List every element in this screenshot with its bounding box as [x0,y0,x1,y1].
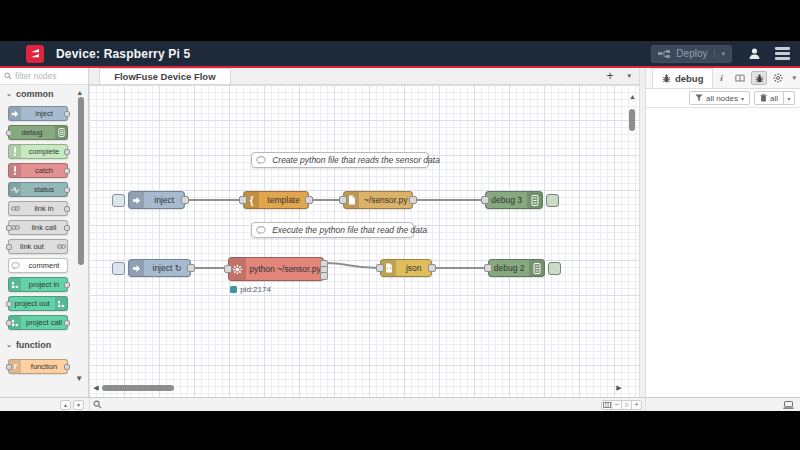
node-inject-2[interactable]: inject ↻ [128,259,191,277]
palette-node-debug[interactable]: debug [8,125,68,140]
deploy-nodes-icon [658,50,671,58]
output-port [64,225,70,231]
output-port[interactable] [181,196,189,204]
palette-category-function[interactable]: ⌄ function [0,337,88,353]
canvas-vscrollbar-thumb[interactable] [629,109,635,131]
palette-node-project-out[interactable]: project out [8,296,68,311]
inject-trigger-button[interactable] [112,262,125,275]
palette-node-function[interactable]: f function [8,359,68,374]
expand-categories-button[interactable]: ▼ [73,400,84,410]
input-port [6,244,12,250]
canvas-scroll-up-icon[interactable]: ▲ [629,93,636,100]
palette-scrollbar-thumb[interactable] [78,97,84,265]
clear-debug-button[interactable]: all [754,91,784,105]
debug-toggle-button[interactable] [546,194,559,207]
comment-label: Execute the python file that read the da… [270,225,437,235]
output-port[interactable] [187,264,195,272]
palette-sidebar: ⌄ common inject debug complete [0,68,89,397]
palette-node-label: status [21,185,67,194]
tab-debug[interactable]: debug [652,68,714,88]
input-port[interactable] [224,265,232,273]
info-icon[interactable]: i [713,71,729,85]
output-port[interactable] [409,196,417,204]
node-debug-2[interactable]: debug 2 [488,259,545,277]
workspace: FlowFuse Device Flow + ▾ [89,68,639,397]
debug-messages-icon[interactable] [751,71,767,85]
input-port [6,364,12,370]
comment-bubble-icon [252,153,270,167]
palette-node-label: debug [9,128,55,137]
input-port[interactable] [481,196,489,204]
open-debug-window-icon[interactable] [783,401,794,409]
palette-node-label: project out [9,299,55,308]
debug-toggle-button[interactable] [548,262,561,275]
debug-filter-row: all nodes ▾ all ▾ [646,89,800,108]
footer: ▲ ▼ − ○ + [0,397,800,411]
input-port [6,130,12,136]
search-input[interactable] [15,71,79,81]
flow-canvas[interactable]: Create python file that reads the sensor… [89,85,639,397]
clear-label: all [770,94,778,103]
sidebar-splitter[interactable] [639,68,646,397]
comment-node[interactable]: Execute the python file that read the da… [251,222,414,238]
palette-category-common[interactable]: ⌄ common [0,86,88,102]
output-port[interactable] [428,264,436,272]
link-icon [55,240,67,253]
tab-flowfuse-device-flow[interactable]: FlowFuse Device Flow [99,68,230,84]
input-port [6,301,12,307]
debug-message-list[interactable] [646,108,800,397]
palette-node-project-in[interactable]: project in [8,277,68,292]
deploy-caret-icon[interactable]: ▾ [714,50,725,58]
gear-icon[interactable] [770,71,786,85]
canvas-scroll-right-icon[interactable]: ▶ [616,384,621,392]
output-port-3[interactable] [320,272,328,280]
user-icon[interactable] [748,47,761,60]
node-exec-python[interactable]: python ~/sensor.py [228,257,324,281]
flow-list-caret-icon[interactable]: ▾ [628,72,632,80]
zoom-in-button[interactable]: + [631,400,642,410]
debug-sidebar: debug i ▾ all nodes ▾ [646,68,800,397]
comment-node[interactable]: Create python file that reads the sensor… [251,152,429,168]
flowfuse-logo-icon [26,45,44,63]
inject-trigger-button[interactable] [112,194,125,207]
status-pulse-icon [9,183,21,196]
palette-node-label: link in [21,204,67,213]
node-debug-3[interactable]: debug 3 [485,191,543,209]
deploy-button[interactable]: Deploy ▾ [651,45,732,63]
sidebar-menu-caret-icon[interactable]: ▾ [792,74,796,82]
filter-nodes-button[interactable]: all nodes ▾ [689,91,750,105]
palette-node-catch[interactable]: catch [8,163,68,178]
palette-scroll-down-icon[interactable]: ▼ [75,374,83,383]
palette-node-comment[interactable]: comment [8,258,68,273]
collapse-categories-button[interactable]: ▲ [60,400,71,410]
menu-icon[interactable] [775,47,790,60]
input-port[interactable] [239,196,247,204]
node-red-editor: Device: Raspberry Pi 5 Deploy ▾ ⌄ common [0,41,800,411]
node-label: json [396,263,431,273]
palette-search[interactable] [0,68,88,85]
palette-node-link-in[interactable]: link in [8,201,68,216]
add-flow-button[interactable]: + [607,70,614,82]
help-book-icon[interactable] [732,71,748,85]
clear-options-caret-icon[interactable]: ▾ [784,91,795,105]
palette-scroll-up-icon[interactable]: ▲ [76,89,83,96]
canvas-hscrollbar-thumb[interactable] [102,385,174,391]
input-port[interactable] [376,264,384,272]
palette-node-link-out[interactable]: link out [8,239,68,254]
palette-node-status[interactable]: status [8,182,68,197]
search-flows-icon[interactable] [93,400,102,409]
complete-icon [9,145,21,158]
palette-node-link-call[interactable]: link call [8,220,68,235]
category-label: function [16,340,52,350]
palette-node-complete[interactable]: complete [8,144,68,159]
palette-node-project-call[interactable]: project call [8,315,68,330]
input-port[interactable] [484,264,492,272]
node-json[interactable]: json [380,259,432,277]
input-port[interactable] [339,196,347,204]
node-file-sensor-py[interactable]: ~/sensor.py [343,191,413,209]
canvas-scroll-left-icon[interactable]: ◀ [93,384,98,392]
palette-node-inject[interactable]: inject [8,106,68,121]
output-port[interactable] [305,196,313,204]
node-inject-1[interactable]: inject [128,191,185,209]
node-template[interactable]: { template [243,191,309,209]
